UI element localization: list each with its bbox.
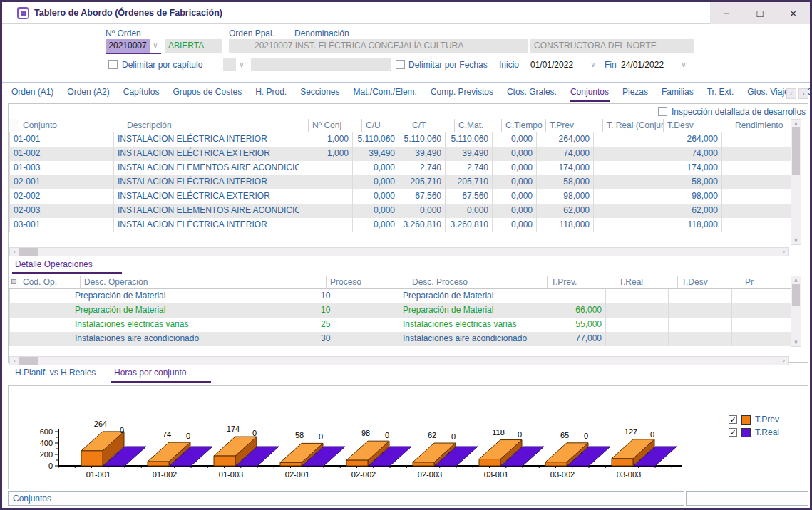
hscroll-thumb[interactable] (19, 248, 38, 256)
cell-c-u: 39,490 (353, 147, 399, 161)
table-row[interactable]: 03-001INSTALACION ELÉCTRICA INTERIOR0,00… (9, 218, 791, 232)
table-row[interactable]: 02-003INSTALACION ELEMENTOS AIRE ACONDIC… (9, 204, 791, 218)
table-row[interactable]: Instalaciones aire acondicionado30Instal… (9, 332, 791, 346)
row-selector-header[interactable] (9, 276, 19, 289)
vscroll-thumb[interactable] (792, 284, 800, 306)
column-header-descripcion[interactable]: Descripción (123, 119, 309, 132)
chart-label: 0 (650, 430, 654, 439)
tab-hplanif-vs-hreales[interactable]: H.Planif. vs H.Reales (15, 368, 96, 378)
close-button[interactable]: × (783, 7, 804, 19)
tab-piezas[interactable]: Piezas (622, 85, 649, 100)
cell-c-u: 0,000 (353, 204, 399, 218)
cell-descripcion: INSTALACION ELÉCTRICA EXTERIOR (114, 189, 299, 204)
order-number-input[interactable]: 20210007 (106, 39, 150, 53)
tab-familias[interactable]: Familias (661, 85, 694, 100)
bar-tprev (545, 462, 567, 466)
cell-cod-op (10, 318, 71, 332)
tab-comp-previstos[interactable]: Comp. Previstos (430, 85, 494, 100)
column-header-desc-operacion[interactable]: Desc. Operación (81, 276, 327, 289)
date-start-dropdown-icon[interactable]: ∨ (587, 58, 599, 72)
cell-c-tiempo: 0,000 (493, 189, 537, 204)
cell-desc-operacion: Instalaciones aire acondicionado (71, 332, 317, 346)
column-header-c-tiempo[interactable]: C.Tiempo (502, 119, 546, 132)
scroll-left-icon[interactable]: ‹ (10, 357, 19, 365)
cell-proceso: 25 (317, 318, 399, 332)
scroll-right-icon[interactable]: › (779, 248, 788, 256)
column-header-t-real[interactable]: T.Real (615, 276, 678, 289)
column-header-n-conj[interactable]: Nº Conj (309, 119, 362, 132)
minimize-button[interactable]: − (716, 7, 737, 19)
tab-horas-por-conjunto[interactable]: Horas por conjunto (114, 368, 186, 378)
column-header-desc-proceso[interactable]: Desc. Proceso (408, 276, 548, 289)
column-header-c-mat[interactable]: C.Mat. (455, 119, 502, 132)
scroll-left-icon[interactable]: ‹ (10, 248, 19, 256)
delimit-dates-checkbox[interactable] (396, 60, 405, 69)
inspeccion-checkbox[interactable] (658, 107, 667, 116)
scroll-up-icon[interactable]: ∧ (791, 120, 801, 128)
column-header-t-prev[interactable]: T.Prev. (548, 276, 615, 289)
cell-c-u: 0,000 (353, 175, 399, 189)
scroll-right-icon[interactable]: › (779, 357, 788, 365)
tab-capitulos[interactable]: Capítulos (123, 85, 160, 100)
tab-scroll-left-icon[interactable]: ‹ (786, 88, 796, 99)
table-row[interactable]: 02-001INSTALACION ELÉCTRICA INTERIOR0,00… (9, 175, 791, 189)
tab-scroll-right-icon[interactable]: › (798, 88, 808, 99)
column-header-t-real-conjunt[interactable]: T. Real (Conjunt... (603, 119, 664, 132)
chart-label: 0 (120, 426, 124, 434)
column-header-t-prev[interactable]: T.Prev (546, 119, 603, 132)
cell-proceso: 30 (317, 332, 399, 346)
cell-t-desv: 58,000 (654, 175, 722, 189)
row-selector-header[interactable] (9, 119, 19, 132)
column-header-c-t[interactable]: C/T (408, 119, 455, 132)
date-end-dropdown-icon[interactable]: ∨ (678, 58, 689, 72)
cell-c-u: 0,000 (353, 161, 399, 175)
column-header-conjunto[interactable]: Conjunto (19, 119, 123, 132)
tab-ctos-grales[interactable]: Ctos. Grales. (506, 85, 557, 100)
tab-orden-a1[interactable]: Orden (A1) (11, 85, 54, 100)
tab-mat-com-elem[interactable]: Mat./Com./Elem. (353, 85, 418, 100)
column-header-t-desv[interactable]: T.Desv (664, 119, 731, 132)
cell-desc-operacion: Preparación de Material (71, 303, 317, 318)
scroll-down-icon[interactable]: ∨ (791, 236, 801, 244)
legend-label: T.Prev (755, 415, 779, 425)
tab-h-prod[interactable]: H. Prod. (255, 85, 287, 100)
table-row[interactable]: Preparación de Material10Preparación de … (9, 303, 791, 318)
chapter-combo-field[interactable] (223, 58, 236, 71)
chapter-dropdown-icon[interactable]: ∨ (236, 58, 247, 72)
date-start-input[interactable]: 01/01/2022 (528, 58, 586, 71)
delimit-chapter-checkbox[interactable] (108, 60, 118, 69)
tab-conjuntos[interactable]: Conjuntos (570, 85, 610, 102)
tab-tr-ext[interactable]: Tr. Ext. (706, 85, 735, 100)
tab-grupos-de-costes[interactable]: Grupos de Costes (172, 85, 242, 100)
scroll-up-icon[interactable]: ∧ (791, 276, 801, 284)
tab-detalle-operaciones[interactable]: Detalle Operaciones (15, 259, 93, 269)
scroll-down-icon[interactable]: ∨ (791, 338, 801, 346)
window-title: Tablero de Abordo (Órdenes de Fabricació… (34, 2, 222, 24)
table-row[interactable]: Instalaciones eléctricas varias25Instala… (9, 318, 791, 332)
detalle-table: Cod. Op.Desc. OperaciónProcesoDesc. Proc… (9, 276, 791, 346)
fin-label: Fin (605, 60, 617, 70)
vscroll-thumb[interactable] (792, 128, 800, 175)
column-header-rendimiento[interactable]: Rendimiento (731, 119, 793, 132)
tab-orden-a2[interactable]: Orden (A2) (66, 85, 110, 100)
table-row[interactable]: 01-003INSTALACION ELEMENTOS AIRE ACONDIC… (9, 161, 791, 175)
maximize-button[interactable]: □ (749, 7, 771, 19)
column-header-t-desv[interactable]: T.Desv (678, 276, 741, 289)
hscroll-thumb[interactable] (19, 357, 38, 365)
tab-secciones[interactable]: Secciones (299, 85, 340, 100)
table-row[interactable]: Preparación de Material10Preparación de … (9, 289, 791, 303)
column-header-pr[interactable]: Pr (741, 276, 793, 289)
column-header-proceso[interactable]: Proceso (327, 276, 408, 289)
legend-checkbox[interactable]: ✓ (729, 428, 737, 437)
order-dropdown-icon[interactable]: ∨ (150, 39, 161, 53)
table-row[interactable]: 01-002INSTALACION ELÉCTRICA EXTERIOR1,00… (9, 147, 791, 161)
chart-label: 0 (385, 431, 389, 439)
legend-checkbox[interactable]: ✓ (729, 415, 737, 424)
date-end-input[interactable]: 24/01/2022 (618, 58, 677, 71)
status-bar: Conjuntos (8, 491, 684, 506)
column-header-c-u[interactable]: C/U (362, 119, 408, 132)
table-row[interactable]: 01-001INSTALACION ELÉCTRICA INTERIOR1,00… (9, 132, 791, 147)
table-row[interactable]: 02-002INSTALACION ELÉCTRICA EXTERIOR0,00… (9, 189, 791, 204)
column-header-cod-op[interactable]: Cod. Op. (19, 276, 81, 289)
cell-c-t: 67,560 (399, 189, 446, 204)
